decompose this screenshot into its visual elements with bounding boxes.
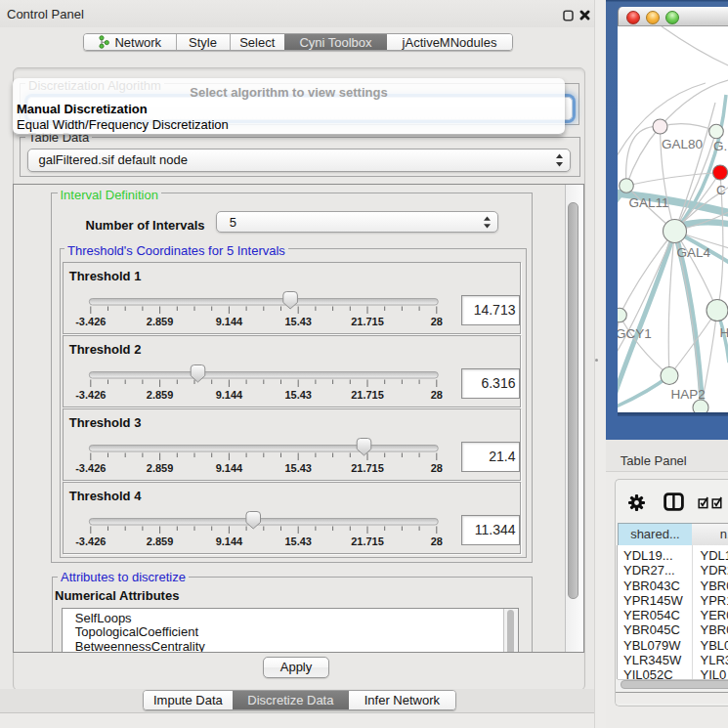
svg-text:15.43: 15.43 bbox=[284, 462, 312, 474]
svg-text:9.144: 9.144 bbox=[215, 316, 242, 327]
svg-text:H: H bbox=[719, 325, 728, 340]
svg-text:15.43: 15.43 bbox=[284, 389, 312, 401]
svg-text:28: 28 bbox=[430, 316, 442, 327]
svg-text:2.859: 2.859 bbox=[147, 462, 174, 474]
svg-text:15.43: 15.43 bbox=[284, 316, 312, 327]
svg-text:21.715: 21.715 bbox=[351, 316, 384, 327]
svg-text:9.144: 9.144 bbox=[215, 389, 242, 401]
svg-text:28: 28 bbox=[430, 462, 442, 474]
svg-text:2.859: 2.859 bbox=[147, 535, 174, 547]
svg-text:15.43: 15.43 bbox=[284, 535, 312, 547]
svg-text:28: 28 bbox=[430, 535, 442, 547]
svg-text:GAL80: GAL80 bbox=[662, 137, 703, 151]
svg-text:9.144: 9.144 bbox=[215, 535, 242, 547]
svg-text:G.: G. bbox=[713, 139, 727, 153]
svg-text:2.859: 2.859 bbox=[147, 389, 174, 401]
svg-text:-3.426: -3.426 bbox=[75, 462, 106, 474]
svg-text:-3.426: -3.426 bbox=[75, 535, 106, 547]
svg-text:C: C bbox=[716, 183, 726, 197]
svg-text:21.715: 21.715 bbox=[351, 389, 384, 401]
svg-text:2.859: 2.859 bbox=[147, 316, 174, 327]
svg-text:-3.426: -3.426 bbox=[75, 389, 106, 401]
svg-text:GCY1: GCY1 bbox=[618, 326, 652, 341]
svg-text:21.715: 21.715 bbox=[351, 535, 384, 547]
svg-text:9.144: 9.144 bbox=[215, 462, 242, 474]
svg-text:28: 28 bbox=[430, 389, 442, 401]
svg-text:-3.426: -3.426 bbox=[75, 316, 106, 327]
svg-text:GAL4: GAL4 bbox=[676, 245, 710, 260]
svg-text:GAL11: GAL11 bbox=[628, 195, 668, 210]
svg-text:HAP2: HAP2 bbox=[670, 387, 705, 402]
svg-text:21.715: 21.715 bbox=[351, 462, 384, 474]
